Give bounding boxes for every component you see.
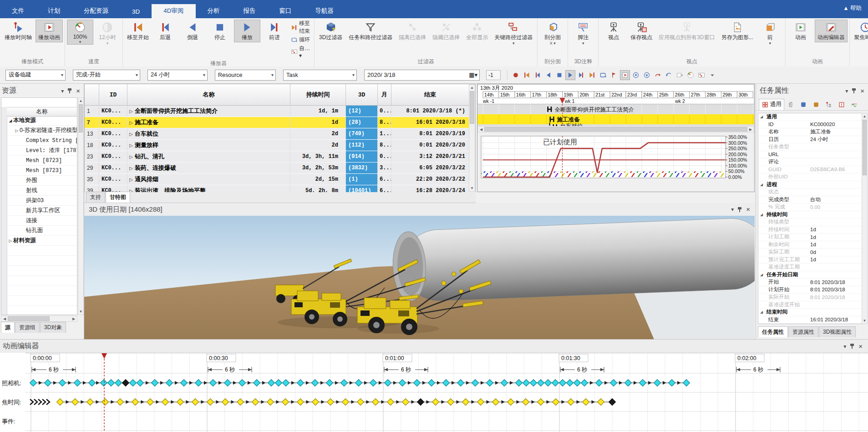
resources-hscrollbar[interactable]: ◀▶	[1, 315, 77, 322]
ribbon-button-funnel[interactable]: 任务和路径过滤器	[346, 20, 395, 42]
property-row[interactable]: 外部UID	[758, 173, 862, 181]
toolbar-speed-dial-button[interactable]	[685, 70, 695, 80]
property-row[interactable]: 持续类型	[758, 219, 862, 226]
resources-column-header[interactable]: 名称	[7, 107, 77, 117]
property-row[interactable]: GUIDD2EB8CA9-B6	[758, 166, 862, 174]
resource-tree-item[interactable]: ▷0-苏家岩隧道-开挖模型-4.2m	[7, 126, 77, 136]
property-row[interactable]: 日历24 小时	[758, 136, 862, 144]
property-row[interactable]: 基准进度开始	[758, 301, 862, 309]
toolbar-loop-button[interactable]	[598, 70, 608, 80]
property-row[interactable]: IDKC000020	[758, 121, 862, 129]
menu-tab-3[interactable]: 分配资源	[72, 4, 120, 18]
resource-tree-item[interactable]: 新共享工作区	[7, 206, 77, 216]
toolbar-more-button[interactable]	[707, 70, 717, 80]
toolbar-time-marker-button[interactable]	[609, 70, 619, 80]
ribbon-button-footnote[interactable]: 脚注▾	[570, 20, 596, 46]
toolbar-select-box-button[interactable]	[675, 70, 685, 80]
ribbon-button-play[interactable]: 播放	[234, 20, 260, 42]
chevron-down-icon[interactable]: ▾	[845, 88, 848, 94]
properties-tab-wave[interactable]	[848, 99, 861, 110]
scroll-down-icon[interactable]: ▼	[862, 319, 867, 323]
table-row[interactable]: 7KC0...▷施工准备1d(28)8...16:01 2020/3/18	[85, 117, 475, 128]
table-column-header-2[interactable]: ID	[99, 84, 127, 105]
property-row[interactable]: 结束16:01 2020/3/18	[758, 316, 862, 324]
property-row[interactable]: 计划工期1d	[758, 234, 862, 241]
properties-vscrollbar[interactable]: ▲▼	[862, 113, 868, 324]
tree-expander-icon[interactable]: ▷	[127, 120, 135, 125]
center-tab-2[interactable]: 甘特图	[106, 192, 130, 203]
resource-tree-item[interactable]: Mesh [8723]	[7, 166, 77, 176]
property-row[interactable]: 完成类型自动	[758, 196, 862, 204]
menu-tab-8[interactable]: 窗口	[268, 4, 304, 18]
property-row[interactable]: 持续时间1d	[758, 226, 862, 234]
ribbon-button-save-vp[interactable]: 保存视点	[628, 20, 655, 42]
ribbon-button-skip-start[interactable]: 移至开始	[125, 20, 151, 42]
toolbar-record-button[interactable]	[511, 70, 521, 80]
toolbar-dropdown-1[interactable]: 设备临建▾	[5, 70, 66, 81]
table-column-header-4[interactable]: 持续时间	[290, 84, 346, 105]
ribbon-button-timeline-play[interactable]: 播放时间轴	[2, 20, 35, 42]
pin-icon[interactable]	[738, 207, 742, 213]
property-row[interactable]: 计划开始8:01 2020/3/18	[758, 286, 862, 294]
resource-tree-item[interactable]: ▷材料资源	[7, 236, 77, 246]
resource-tree-item[interactable]: 连接	[7, 216, 77, 226]
close-icon[interactable]: ×	[858, 344, 863, 349]
property-row[interactable]: 基准进度工期	[758, 264, 862, 271]
help-button[interactable]: ▲ 帮助	[843, 5, 862, 12]
table-column-header-7[interactable]: 结束	[391, 84, 469, 105]
menu-tab-1[interactable]: 文件	[0, 4, 36, 18]
ribbon-button-section[interactable]: 剖分面X ▾	[539, 20, 566, 46]
chevron-down-icon[interactable]: ▾	[843, 343, 846, 350]
toolbar-orbit-1-button[interactable]	[653, 70, 663, 80]
property-group[interactable]: ◢通用	[758, 113, 862, 121]
property-row[interactable]: 状态	[758, 188, 862, 196]
ribbon-button-front[interactable]: 前▾	[757, 20, 783, 46]
table-row[interactable]: 29KC0...▷装药、连接爆破3d, 2h, 53m(3832)3...6:0…	[85, 163, 475, 174]
task-table-vscrollbar[interactable]: ▲▼	[469, 84, 475, 192]
resource-tree-item[interactable]: Level: 渣滓 [17870]	[7, 146, 77, 156]
ribbon-button-save-graphic[interactable]: 另存为图形...	[719, 20, 756, 42]
property-row[interactable]: % 完成0.00	[758, 203, 862, 211]
tree-expander-icon[interactable]: ▷	[127, 143, 135, 148]
scroll-left-icon[interactable]: ◀	[479, 127, 483, 132]
scroll-thumb[interactable]	[79, 104, 83, 132]
toolbar-rotate-down-button[interactable]	[642, 70, 652, 80]
date-picker[interactable]: 2020/ 3/18▦▾	[364, 70, 480, 81]
menu-tab-4[interactable]: 3D	[120, 5, 152, 18]
ribbon-button-step-fwd[interactable]: 前进	[261, 20, 288, 42]
property-row[interactable]: 名称施工准备	[758, 128, 862, 136]
ribbon-button-step-back[interactable]: 后退	[152, 20, 178, 42]
properties-tab-db-blue[interactable]	[797, 99, 810, 110]
table-row[interactable]: 23KC0...▷钻孔、清孔3d, 3h, 11m(914)0...3:12 2…	[85, 151, 475, 163]
ribbon-button-clock[interactable]: 聚焦时间	[852, 20, 868, 42]
toolbar-film-button[interactable]	[620, 70, 630, 80]
resources-tab-1[interactable]: 源	[1, 322, 15, 333]
menu-tab-2[interactable]: 计划	[36, 4, 72, 18]
scroll-up-icon[interactable]: ▲	[469, 86, 475, 90]
table-row[interactable]: 18KC0...▷测量放样2d(112)8...0:01 2020/3/20	[85, 140, 475, 151]
toolbar-orbit-2-button[interactable]	[664, 70, 674, 80]
scroll-right-icon[interactable]: ▶	[748, 127, 753, 132]
menu-tab-6[interactable]: 分析	[196, 4, 232, 18]
properties-tab-clip[interactable]	[784, 99, 797, 110]
properties-bottom-tab-1[interactable]: 任务属性	[758, 326, 788, 337]
pin-icon[interactable]	[850, 343, 854, 349]
close-icon[interactable]: ×	[76, 89, 80, 93]
tree-expander-icon[interactable]: ▷	[14, 128, 20, 133]
toolbar-play-button[interactable]	[565, 70, 575, 80]
property-row[interactable]: 剩余时间1d	[758, 241, 862, 249]
property-row[interactable]: 实际开始8:01 2020/3/18	[758, 294, 862, 301]
toolbar-rotate-up-button[interactable]	[631, 70, 641, 80]
ribbon-button-auto[interactable]: 自… ▾	[289, 44, 313, 59]
resource-tree-item[interactable]: Complex String [90209]	[7, 136, 77, 146]
toolbar-auto-mode-button[interactable]	[696, 70, 706, 80]
ribbon-button-cube-filter[interactable]: 3D过滤器	[316, 20, 345, 42]
tree-expander-icon[interactable]: ▷	[127, 177, 135, 182]
resources-vscrollbar[interactable]: ▲▼	[78, 97, 84, 315]
ribbon-button-anim-editor[interactable]: 动画编辑器	[815, 20, 848, 42]
scroll-up-icon[interactable]: ▲	[78, 99, 83, 103]
resource-tree-item[interactable]: 外围	[7, 176, 77, 186]
scroll-down-icon[interactable]: ▼	[469, 186, 475, 190]
tree-expander-icon[interactable]: ▷	[127, 166, 135, 171]
property-row[interactable]: 评论	[758, 158, 862, 166]
